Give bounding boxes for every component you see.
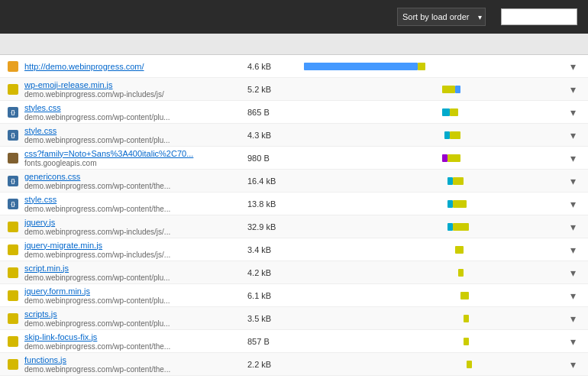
table-row: jquery.jsdemo.webinprogress.com/wp-inclu…	[0, 215, 588, 238]
file-name[interactable]: wp-emoji-release.min.js	[24, 80, 247, 89]
file-icon-js	[6, 266, 20, 280]
timeline-bar-primary	[447, 177, 453, 185]
file-size: 3.5 kB	[247, 314, 293, 323]
table-row: http://demo.webinprogress.com/4.6 kB▾	[0, 55, 588, 78]
timeline	[293, 101, 564, 123]
file-icon-js	[6, 220, 20, 234]
expand-button[interactable]: ▾	[564, 244, 582, 256]
file-domain: demo.webinprogress.com/wp-content/plu...	[24, 113, 170, 121]
file-info: styles.cssdemo.webinprogress.com/wp-cont…	[24, 103, 247, 121]
timeline-bar-primary	[442, 154, 447, 162]
column-headers	[0, 34, 588, 55]
expand-button[interactable]: ▾	[564, 312, 582, 325]
file-info: genericons.cssdemo.webinprogress.com/wp-…	[24, 172, 247, 190]
file-info: skip-link-focus-fix.jsdemo.webinprogress…	[24, 332, 247, 351]
file-info: jquery.jsdemo.webinprogress.com/wp-inclu…	[24, 218, 247, 236]
timeline-bar-primary	[460, 292, 469, 299]
file-size: 3.4 kB	[247, 245, 293, 254]
sort-select-container[interactable]: Sort by load orderSort by sizeSort by na…	[397, 8, 486, 26]
expand-button[interactable]: ▾	[564, 358, 582, 371]
sort-select[interactable]: Sort by load orderSort by sizeSort by na…	[397, 8, 486, 26]
file-info: wp-emoji-release.min.jsdemo.webinprogres…	[24, 80, 247, 99]
file-icon-html	[6, 60, 20, 73]
expand-button[interactable]: ▾	[564, 198, 582, 210]
file-domain: demo.webinprogress.com/wp-content/plu...	[24, 136, 170, 144]
file-name[interactable]: jquery.form.min.js	[24, 286, 247, 296]
timeline	[293, 170, 564, 192]
file-name[interactable]: functions.js	[24, 355, 247, 364]
timeline-bar-secondary	[450, 131, 460, 139]
timeline-bar-primary	[464, 315, 469, 322]
file-size: 2.2 kB	[247, 360, 293, 369]
file-domain: demo.webinprogress.com/wp-content/plu...	[24, 319, 170, 328]
file-name[interactable]: http://demo.webinprogress.com/	[24, 62, 247, 71]
file-name[interactable]: jquery.js	[24, 218, 247, 227]
file-size: 6.1 kB	[247, 291, 293, 300]
expand-button[interactable]: ▾	[564, 129, 582, 141]
timeline-bar-secondary	[447, 154, 461, 162]
file-domain: demo.webinprogress.com/wp-includes/js/..…	[24, 251, 170, 259]
expand-button[interactable]: ▾	[564, 152, 582, 164]
timeline	[293, 78, 564, 100]
file-name[interactable]: scripts.js	[24, 309, 247, 319]
file-icon-css: {}	[6, 197, 20, 211]
file-name[interactable]: jquery-migrate.min.js	[24, 241, 247, 250]
timeline	[293, 353, 564, 375]
timeline	[293, 147, 564, 169]
expand-button[interactable]: ▾	[564, 83, 582, 96]
file-name[interactable]: css?family=Noto+Sans%3A400italic%2C70...	[24, 149, 247, 158]
timeline	[293, 284, 564, 306]
expand-button[interactable]: ▾	[564, 335, 582, 348]
expand-button[interactable]: ▾	[564, 175, 582, 187]
expand-button[interactable]: ▾	[564, 106, 582, 118]
file-icon-js	[6, 312, 20, 325]
file-size: 857 B	[247, 337, 293, 346]
file-name[interactable]: style.css	[24, 195, 247, 204]
file-info: http://demo.webinprogress.com/	[24, 62, 247, 71]
file-name[interactable]: styles.css	[24, 103, 247, 112]
file-icon-js	[6, 335, 20, 348]
timeline-bar-secondary	[453, 200, 467, 208]
timeline-bar-primary	[467, 361, 472, 368]
header-controls: Sort by load orderSort by sizeSort by na…	[397, 8, 577, 26]
timeline-bar-primary	[455, 246, 464, 254]
timeline-bar-primary	[447, 200, 453, 208]
table-row: jquery-migrate.min.jsdemo.webinprogress.…	[0, 238, 588, 261]
file-name[interactable]: script.min.js	[24, 264, 247, 273]
table-row: wp-emoji-release.min.jsdemo.webinprogres…	[0, 78, 588, 101]
expand-button[interactable]: ▾	[564, 60, 582, 73]
table-row: jquery.form.min.jsdemo.webinprogress.com…	[0, 284, 588, 307]
file-size: 32.9 kB	[247, 222, 293, 231]
file-info: functions.jsdemo.webinprogress.com/wp-co…	[24, 355, 247, 374]
file-name[interactable]: genericons.css	[24, 172, 247, 181]
timeline-bar-secondary	[450, 108, 458, 116]
file-domain: demo.webinprogress.com/wp-includes/js/	[24, 90, 164, 99]
file-domain: demo.webinprogress.com/wp-includes/js/..…	[24, 228, 170, 236]
file-domain: demo.webinprogress.com/wp-content/plu...	[24, 274, 170, 282]
file-icon-css: {}	[6, 174, 20, 188]
header: Sort by load orderSort by sizeSort by na…	[0, 0, 588, 34]
file-info: jquery-migrate.min.jsdemo.webinprogress.…	[24, 241, 247, 259]
table-row: {}style.cssdemo.webinprogress.com/wp-con…	[0, 193, 588, 215]
filter-input[interactable]	[501, 8, 577, 25]
table-row: scripts.jsdemo.webinprogress.com/wp-cont…	[0, 307, 588, 330]
timeline-bar-primary	[444, 131, 450, 139]
file-icon-js	[6, 289, 20, 303]
table-row: functions.jsdemo.webinprogress.com/wp-co…	[0, 353, 588, 376]
expand-button[interactable]: ▾	[564, 221, 582, 233]
timeline-bar-secondary	[455, 86, 460, 93]
file-info: jquery.form.min.jsdemo.webinprogress.com…	[24, 286, 247, 305]
file-icon-css: {}	[6, 105, 20, 119]
table-row: {}style.cssdemo.webinprogress.com/wp-con…	[0, 124, 588, 147]
table-row: css?family=Noto+Sans%3A400italic%2C70...…	[0, 147, 588, 170]
timeline	[293, 193, 564, 215]
timeline	[293, 330, 564, 352]
file-info: script.min.jsdemo.webinprogress.com/wp-c…	[24, 264, 247, 282]
file-domain: demo.webinprogress.com/wp-content/the...	[24, 365, 170, 374]
timeline-bar-primary	[304, 63, 418, 70]
expand-button[interactable]: ▾	[564, 290, 582, 302]
expand-button[interactable]: ▾	[564, 267, 582, 279]
timeline-bar-primary	[442, 86, 456, 93]
file-name[interactable]: skip-link-focus-fix.js	[24, 332, 247, 342]
file-name[interactable]: style.css	[24, 126, 247, 135]
